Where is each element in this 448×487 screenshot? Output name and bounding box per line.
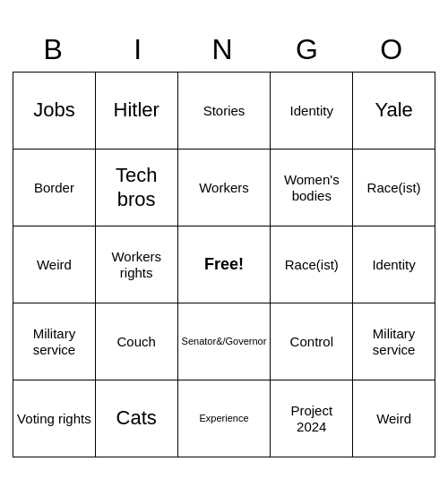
header-letter-N: N [182,30,266,70]
cell-2-3: Race(ist) [271,226,353,303]
cell-0-0: Jobs [13,73,96,150]
cell-1-0: Border [13,150,96,226]
cell-3-2: Senator&/Governor [178,303,271,380]
bingo-grid: JobsHitlerStoriesIdentityYaleBorderTech … [13,72,435,457]
bingo-header: BINGO [13,30,435,70]
cell-0-2: Stories [178,73,271,150]
cell-3-4: Military service [353,303,435,380]
cell-3-1: Couch [96,303,178,380]
cell-1-3: Women's bodies [271,150,353,226]
cell-3-0: Military service [13,303,96,380]
cell-1-2: Workers [178,150,271,226]
cell-0-1: Hitler [96,73,178,150]
bingo-card: BINGO JobsHitlerStoriesIdentityYaleBorde… [9,26,439,461]
cell-2-2: Free! [178,226,271,303]
cell-4-2: Experience [178,380,271,457]
header-letter-I: I [97,30,181,70]
cell-2-1: Workers rights [96,226,178,303]
cell-1-4: Race(ist) [353,150,435,226]
header-letter-O: O [351,30,435,70]
header-letter-B: B [13,30,97,70]
header-letter-G: G [266,30,350,70]
cell-2-0: Weird [13,226,96,303]
cell-4-0: Voting rights [13,380,96,457]
cell-0-4: Yale [353,73,435,150]
cell-2-4: Identity [353,226,435,303]
cell-1-1: Tech bros [96,150,178,226]
cell-0-3: Identity [271,73,353,150]
cell-4-4: Weird [353,380,435,457]
cell-4-1: Cats [96,380,178,457]
cell-3-3: Control [271,303,353,380]
cell-4-3: Project 2024 [271,380,353,457]
